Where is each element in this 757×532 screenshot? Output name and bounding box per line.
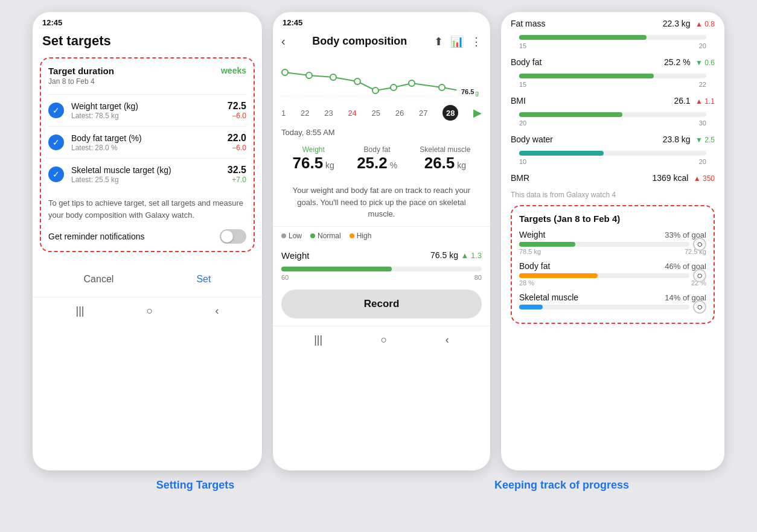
target-row-weight: Weight 33% of goal ○ 78.5 kg 72.5 kg xyxy=(519,230,706,255)
target-name-weight: Weight target (kg) xyxy=(71,101,228,111)
nav-bar-1: ||| ○ ‹ xyxy=(33,297,262,325)
legend-low: Low xyxy=(281,232,302,240)
set-button[interactable]: Set xyxy=(196,274,211,285)
time-2: 12:45 xyxy=(283,18,302,27)
stat-row-fatmass: Fat mass 22.3 kg ▲ 0.8 xyxy=(511,12,715,31)
stat-label-fatmass: Fat mass xyxy=(511,19,546,28)
reminder-row: Get reminder notifications xyxy=(48,229,246,244)
skeletal-target-fill xyxy=(519,305,543,309)
status-bar-2: 12:45 xyxy=(273,12,490,30)
target-duration-unit: weeks xyxy=(221,66,246,75)
bodyfat-bar-labels: 1522 xyxy=(511,80,715,89)
fatmass-bar xyxy=(519,35,706,40)
line-chart: 72.5 kg 76.5 xyxy=(279,54,484,103)
stat-delta-fatmass: ▲ 0.8 xyxy=(695,20,715,28)
nav-back-icon-2[interactable]: ‹ xyxy=(446,334,449,346)
target-row-name-skeletal: Skeletal muscle xyxy=(519,293,578,302)
date-28-active[interactable]: 28 xyxy=(442,105,458,121)
bottom-buttons: Cancel Set xyxy=(33,262,262,297)
weight-bar-fill xyxy=(281,267,392,271)
legend-dot-low xyxy=(281,233,286,238)
bmi-bar xyxy=(519,112,706,117)
reminder-toggle[interactable] xyxy=(220,229,246,244)
date-next-icon[interactable]: ▶ xyxy=(473,106,482,119)
stat-delta-bodyfat: ▼ 0.6 xyxy=(695,59,715,67)
share-icon[interactable]: ⬆ xyxy=(434,35,443,48)
target-value-skeletal: 32.5 xyxy=(228,165,246,176)
date-24[interactable]: 24 xyxy=(348,109,356,118)
stat-value-bodyfat: 25.2 % xyxy=(664,57,691,67)
date-1: 1 xyxy=(281,109,286,118)
legend-dot-normal xyxy=(310,233,315,238)
stat-row-bodyfat: Body fat 25.2 % ▼ 0.6 xyxy=(511,51,715,70)
metric-value-bodyfat: 25.2 xyxy=(357,154,388,172)
bodywater-bar-fill xyxy=(519,151,604,156)
stat-value-bodywater: 23.8 kg xyxy=(663,135,691,144)
back-button[interactable]: ‹ xyxy=(281,34,286,48)
stat-label-bodywater: Body water xyxy=(511,135,553,144)
stat-row-bodywater: Body water 23.8 kg ▼ 2.5 xyxy=(511,128,715,147)
bodywater-bar xyxy=(519,151,706,156)
page-title-1: Set targets xyxy=(33,30,262,57)
metric-label-bodyfat: Body fat xyxy=(357,145,397,154)
stat-delta-bmr: ▲ 350 xyxy=(694,174,715,183)
chart-area: 72.5 kg 76.5 xyxy=(273,54,490,103)
metric-bodyfat: Body fat 25.2 % xyxy=(357,145,397,173)
bodywater-bar-labels: 1020 xyxy=(511,157,715,166)
legend-dot-high xyxy=(350,233,354,238)
nav-back-icon[interactable]: ‹ xyxy=(215,305,219,317)
weight-target-icon: ○ xyxy=(693,238,706,251)
fatmass-bar-fill xyxy=(519,35,647,40)
bodyfat-target-fill xyxy=(519,273,598,278)
svg-point-3 xyxy=(354,78,360,84)
bar-label-60: 60 xyxy=(281,274,289,281)
date-22[interactable]: 22 xyxy=(301,109,309,118)
stat-label-bmr: BMR xyxy=(511,173,529,183)
check-icon-weight: ✓ xyxy=(48,103,64,118)
bodyfat-range-labels: 28 % 22 % xyxy=(519,279,706,287)
weight-progress-container: ○ xyxy=(519,242,706,247)
nav-home-icon[interactable]: ○ xyxy=(147,305,153,317)
screen-stats: Fat mass 22.3 kg ▲ 0.8 1520 Body fat 25.… xyxy=(501,12,724,470)
weight-target-bar xyxy=(519,242,689,247)
stats-content: Fat mass 22.3 kg ▲ 0.8 1520 Body fat 25.… xyxy=(501,12,724,324)
target-row-name-weight: Weight xyxy=(519,230,545,239)
legend-high: High xyxy=(350,232,372,240)
svg-point-0 xyxy=(282,69,288,75)
date-27[interactable]: 27 xyxy=(419,109,427,118)
date-23[interactable]: 23 xyxy=(324,109,333,118)
target-diff-weight: −6.0 xyxy=(228,112,246,120)
target-diff-skeletal: +7.0 xyxy=(228,176,246,184)
more-icon[interactable]: ⋮ xyxy=(471,35,482,48)
chart-icon[interactable]: 📊 xyxy=(450,35,464,48)
stat-value-bmr: 1369 kcal xyxy=(652,173,688,183)
svg-point-6 xyxy=(409,80,415,86)
metric-label-weight: Weight xyxy=(293,145,334,154)
nav-menu-icon-2[interactable]: ||| xyxy=(314,334,322,346)
date-row: 1 22 23 24 25 26 27 28 ▶ xyxy=(273,103,490,123)
target-latest-bodyfat: Latest: 28.0 % xyxy=(71,144,228,152)
target-name-skeletal: Skeletal muscle target (kg) xyxy=(71,165,228,175)
screen-body-composition: 12:45 ‹ Body composition ⬆ 📊 ⋮ xyxy=(273,12,490,470)
date-26[interactable]: 26 xyxy=(395,109,404,118)
svg-point-2 xyxy=(330,74,336,80)
weight-bar-label: Weight xyxy=(281,250,309,261)
metric-value-weight: 76.5 xyxy=(293,154,324,172)
nav-menu-icon[interactable]: ||| xyxy=(76,305,85,317)
weight-bar-track xyxy=(281,267,482,271)
target-name-bodyfat: Body fat target (%) xyxy=(71,133,228,143)
cancel-button[interactable]: Cancel xyxy=(84,274,114,285)
legend-normal: Normal xyxy=(310,232,341,240)
targets-dashed-box: Target duration Jan 8 to Feb 4 weeks ✓ W… xyxy=(40,57,255,252)
target-item-bodyfat: ✓ Body fat target (%) Latest: 28.0 % 22.… xyxy=(48,126,246,158)
target-row-name-bodyfat: Body fat xyxy=(519,261,550,271)
metrics-row: Weight 76.5 kg Body fat 25.2 % Skeletal … xyxy=(273,139,490,179)
date-25[interactable]: 25 xyxy=(372,109,380,118)
skeletal-target-bar xyxy=(519,305,689,309)
status-bar-1: 12:45 xyxy=(33,12,262,30)
target-latest-skeletal: Latest: 25.5 kg xyxy=(71,176,228,184)
legend-row: Low Normal High xyxy=(273,226,490,245)
nav-home-icon-2[interactable]: ○ xyxy=(381,334,388,346)
record-button[interactable]: Record xyxy=(281,290,482,318)
metric-label-skeletal: Skeletal muscle xyxy=(420,145,470,154)
